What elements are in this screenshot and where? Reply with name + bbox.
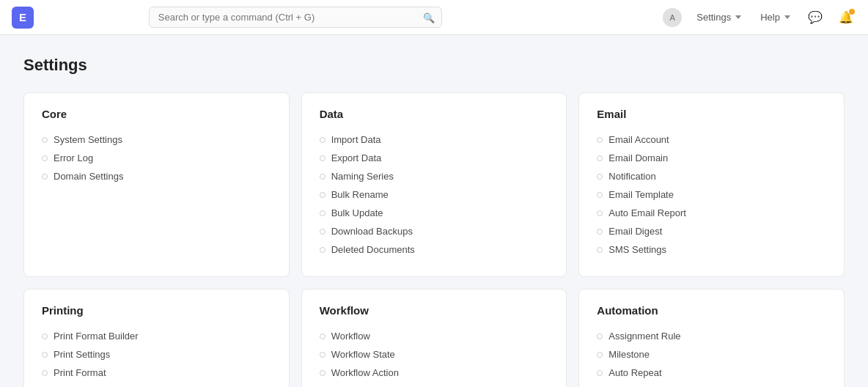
list-dot-icon (42, 370, 48, 376)
help-button[interactable]: Help (756, 9, 795, 26)
card-title-email: Email (597, 108, 826, 120)
card-automation: AutomationAssignment RuleMilestoneAuto R… (578, 289, 845, 387)
list-dot-icon (597, 247, 603, 253)
card-printing: PrintingPrint Format BuilderPrint Settin… (23, 289, 290, 387)
list-item[interactable]: Auto Repeat (597, 364, 826, 382)
app-logo[interactable]: E (12, 7, 34, 29)
list-item[interactable]: Email Digest (597, 222, 826, 240)
list-item[interactable]: Import Data (320, 130, 549, 149)
card-list-email: Email AccountEmail DomainNotificationEma… (597, 130, 826, 259)
list-item[interactable]: Print Style (42, 382, 271, 387)
list-dot-icon (597, 137, 603, 143)
list-dot-icon (320, 370, 326, 376)
settings-button[interactable]: Settings (692, 9, 746, 26)
list-item[interactable]: Download Backups (320, 222, 549, 240)
card-title-printing: Printing (42, 304, 271, 317)
list-dot-icon (597, 352, 603, 358)
list-item-label: Error Log (54, 152, 93, 163)
list-item-label: Deleted Documents (331, 244, 415, 255)
notification-dot (849, 9, 855, 15)
list-item-label: Notification (608, 171, 655, 182)
list-item-label: Assignment Rule (608, 331, 680, 342)
list-dot-icon (597, 370, 603, 376)
list-item-label: Import Data (331, 134, 381, 145)
list-dot-icon (320, 247, 326, 253)
list-item-label: Email Domain (608, 152, 668, 163)
card-list-automation: Assignment RuleMilestoneAuto Repeat (597, 327, 826, 382)
list-item-label: SMS Settings (608, 244, 666, 255)
list-dot-icon (597, 229, 603, 235)
list-item[interactable]: Assignment Rule (597, 327, 826, 345)
list-item-label: Email Digest (608, 226, 662, 237)
list-dot-icon (42, 352, 48, 358)
list-item[interactable]: Export Data (320, 149, 549, 167)
list-item[interactable]: Deleted Documents (320, 240, 549, 259)
card-list-printing: Print Format BuilderPrint SettingsPrint … (42, 327, 271, 387)
list-item-label: Naming Series (331, 171, 394, 182)
list-item-label: Domain Settings (54, 171, 123, 182)
list-item[interactable]: Error Log (42, 149, 271, 167)
list-item[interactable]: Auto Email Report (597, 204, 826, 222)
list-item[interactable]: Print Format Builder (42, 327, 271, 345)
list-item-label: Email Template (608, 189, 674, 200)
list-item[interactable]: Workflow State (320, 345, 549, 364)
list-dot-icon (320, 229, 326, 235)
card-email: EmailEmail AccountEmail DomainNotificati… (578, 92, 845, 277)
list-item[interactable]: Email Domain (597, 149, 826, 167)
list-item[interactable]: Email Template (597, 185, 826, 204)
list-item[interactable]: SMS Settings (597, 240, 826, 259)
list-item[interactable]: Print Settings (42, 345, 271, 364)
list-item[interactable]: Naming Series (320, 167, 549, 185)
list-item-label: Bulk Update (331, 207, 383, 218)
card-title-data: Data (320, 108, 549, 120)
list-item[interactable]: Notification (597, 167, 826, 185)
list-dot-icon (597, 210, 603, 216)
list-item[interactable]: Milestone (597, 345, 826, 364)
card-core: CoreSystem SettingsError LogDomain Setti… (23, 92, 290, 277)
search-container: 🔍 (149, 7, 442, 28)
card-workflow: WorkflowWorkflowWorkflow StateWorkflow A… (301, 289, 567, 387)
list-item-label: Print Settings (54, 349, 110, 360)
chevron-down-icon (735, 15, 741, 19)
list-dot-icon (42, 137, 48, 143)
list-dot-icon (320, 155, 326, 161)
list-item-label: Export Data (331, 152, 382, 163)
list-dot-icon (320, 174, 326, 180)
list-dot-icon (42, 333, 48, 339)
list-item-label: Milestone (608, 349, 650, 360)
list-item-label: Workflow State (331, 349, 395, 360)
search-input[interactable] (149, 7, 442, 28)
avatar[interactable]: A (663, 8, 682, 27)
list-item[interactable]: System Settings (42, 130, 271, 149)
list-item-label: Bulk Rename (331, 189, 389, 200)
card-title-workflow: Workflow (320, 304, 549, 317)
navbar-right: A Settings Help 💬 🔔 (663, 7, 856, 27)
list-dot-icon (42, 174, 48, 180)
list-item-label: Email Account (608, 134, 669, 145)
notification-button[interactable]: 🔔 (836, 7, 856, 27)
card-title-core: Core (42, 108, 271, 120)
list-item[interactable]: Workflow Action (320, 364, 549, 382)
chevron-down-icon (784, 15, 790, 19)
list-item[interactable]: Email Account (597, 130, 826, 149)
list-item-label: Print Format Builder (54, 331, 139, 342)
list-item-label: Download Backups (331, 226, 413, 237)
navbar: E 🔍 A Settings Help 💬 🔔 (0, 0, 868, 35)
list-item[interactable]: Domain Settings (42, 167, 271, 185)
list-item[interactable]: Bulk Update (320, 204, 549, 222)
list-dot-icon (320, 210, 326, 216)
cards-grid: CoreSystem SettingsError LogDomain Setti… (23, 92, 845, 387)
list-item[interactable]: Bulk Rename (320, 185, 549, 204)
main-content: Settings CoreSystem SettingsError LogDom… (0, 35, 868, 387)
list-dot-icon (320, 352, 326, 358)
list-item[interactable]: Print Format (42, 364, 271, 382)
card-list-data: Import DataExport DataNaming SeriesBulk … (320, 130, 549, 259)
card-list-workflow: WorkflowWorkflow StateWorkflow Action (320, 327, 549, 382)
chat-icon-button[interactable]: 💬 (805, 7, 825, 27)
list-dot-icon (597, 333, 603, 339)
page-title: Settings (23, 56, 845, 75)
list-dot-icon (42, 155, 48, 161)
list-item[interactable]: Workflow (320, 327, 549, 345)
list-dot-icon (320, 333, 326, 339)
search-icon: 🔍 (423, 12, 435, 23)
